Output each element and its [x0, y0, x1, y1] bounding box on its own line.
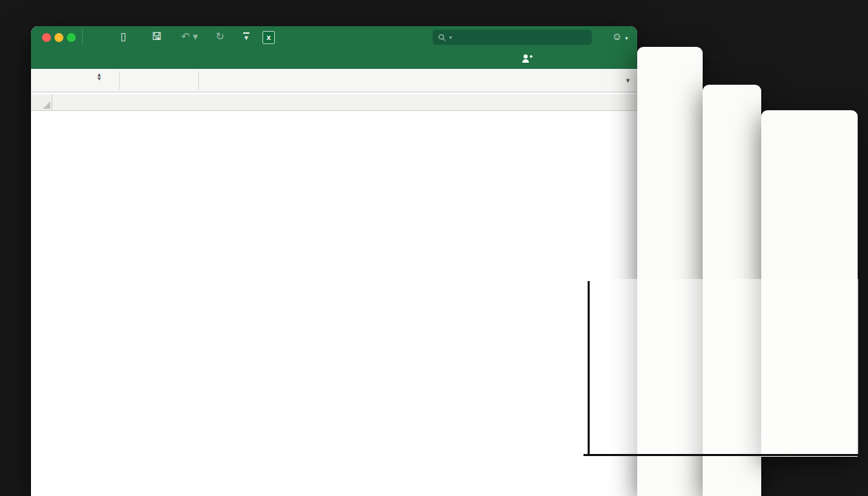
formula-expand-chevron[interactable]: ▼ [625, 77, 631, 84]
cascade-window-col-c[interactable] [637, 47, 703, 496]
divider [82, 29, 83, 45]
divider [119, 71, 120, 90]
column-header-strip [31, 94, 637, 111]
search-scope-chevron[interactable]: ▾ [449, 34, 452, 41]
zoom-button[interactable] [67, 33, 76, 42]
donut-chart-overlay [1, 174, 229, 402]
search-icon [438, 34, 446, 41]
name-box-stepper[interactable]: ▲▼ [96, 73, 102, 82]
ribbon-tab-bar [31, 48, 637, 69]
cascade-window-col-l[interactable] [761, 110, 858, 457]
divider [198, 71, 199, 90]
search-field[interactable]: ▾ [433, 30, 592, 45]
share-person-icon [521, 54, 533, 63]
screenshot-stage: { "app": { "toolbar_icons": ["new-file",… [0, 0, 868, 496]
feedback-smiley-icon[interactable]: ☺ ▾ [612, 30, 628, 42]
excel-doc-icon: x [262, 31, 275, 44]
save-icon[interactable]: 🖫 [152, 30, 162, 42]
toolbar-options-icon[interactable]: ▼ [243, 30, 249, 42]
formula-bar: ▲▼ ▼ [31, 69, 637, 92]
redo-icon[interactable]: ↻ [216, 30, 225, 43]
new-file-icon[interactable]: ▯ [121, 30, 126, 43]
select-all-corner[interactable] [31, 94, 52, 110]
ribbon-tabs [31, 48, 472, 69]
undo-icon[interactable]: ↶ ▾ [181, 30, 198, 43]
title-bar: ▯ 🖫 ↶ ▾ ↻ ▼ x ▾ ☺ ▾ [31, 26, 637, 48]
minimize-button[interactable] [54, 33, 63, 42]
close-button[interactable] [42, 33, 51, 42]
cascade-window-col-e[interactable] [703, 85, 761, 496]
